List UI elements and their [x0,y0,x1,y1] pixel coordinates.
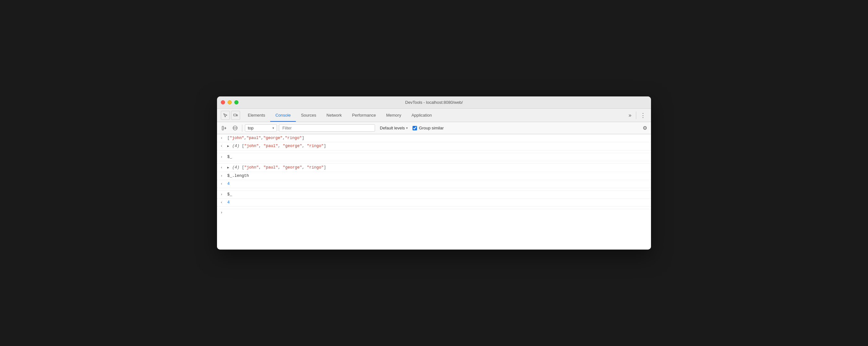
console-prompt-row: › [217,209,651,216]
svg-rect-0 [234,114,236,116]
devtools-window: DevTools - localhost:8080/web/ Elements [217,96,651,250]
console-row: › $_ [217,191,651,199]
row-content: $_.length [226,173,648,179]
expand-icon[interactable]: ▶ [227,166,229,169]
tab-bar-divider [636,112,636,119]
input-arrow: › [217,154,226,160]
tab-performance[interactable]: Performance [347,109,381,122]
levels-arrow-icon: ▾ [406,126,408,130]
tab-application[interactable]: Application [406,109,437,122]
row-content: ["john","paul","george","ringo"] [226,135,648,141]
expand-icon[interactable]: ▶ [227,145,229,148]
output-arrow: ‹ [217,165,226,170]
group-similar-checkbox[interactable] [412,126,417,130]
select-element-button[interactable] [221,111,230,120]
group-similar-label: Group similar [419,126,444,130]
row-spacer [217,188,651,191]
console-row: › ["john","paul","george","ringo"] [217,134,651,142]
row-content: $_ [226,154,648,160]
filter-input[interactable] [279,124,375,132]
tab-memory[interactable]: Memory [381,109,406,122]
device-toolbar-button[interactable] [231,111,240,120]
title-bar: DevTools - localhost:8080/web/ [217,96,651,108]
console-row: › $_ [217,153,651,161]
console-row: ‹ ▶ (4) ["john", "paul", "george", "ring… [217,142,651,151]
output-arrow: ‹ [217,199,226,206]
tab-sources[interactable]: Sources [296,109,321,122]
minimize-button[interactable] [227,100,232,104]
svg-rect-2 [222,126,223,130]
input-arrow: › [217,173,226,179]
window-title: DevTools - localhost:8080/web/ [405,100,463,105]
console-output: › ["john","paul","george","ringo"] ‹ ▶ (… [217,134,651,250]
row-spacer [217,207,651,209]
svg-rect-1 [237,115,238,116]
console-row: › $_.length [217,172,651,180]
traffic-lights [221,100,239,104]
console-toolbar: top ▾ Default levels ▾ Group similar ⚙ [217,122,651,134]
tab-bar-left-icons [218,108,243,122]
prompt-chevron-icon: › [217,211,226,215]
more-tabs-button[interactable]: » [627,111,633,120]
log-levels-button[interactable]: Default levels ▾ [377,124,411,132]
row-content: ▶ (4) ["john", "paul", "george", "ringo"… [226,143,648,149]
close-button[interactable] [221,100,225,104]
tab-network[interactable]: Network [321,109,347,122]
execute-context-button[interactable] [220,124,228,133]
output-arrow: ‹ [217,181,226,187]
toolbar-separator [242,125,242,132]
row-spacer [217,161,651,164]
console-settings-button[interactable]: ⚙ [641,124,648,132]
output-arrow: ‹ [217,143,226,149]
clear-console-button[interactable] [230,124,240,133]
tab-list: Elements Console Sources Network Perform… [243,108,624,122]
devtools-menu-button[interactable]: ⋮ [639,111,647,120]
tab-bar: Elements Console Sources Network Perform… [217,108,651,122]
console-input[interactable] [226,211,651,215]
row-spacer [217,151,651,153]
input-arrow: › [217,192,226,197]
tab-bar-right: » ⋮ [624,108,650,122]
context-selector-arrow: ▾ [273,126,274,130]
console-row: ‹ ▶ (4) ["john", "paul", "george", "ring… [217,164,651,172]
row-content: $_ [226,192,648,197]
input-arrow: › [217,135,226,141]
maximize-button[interactable] [234,100,239,104]
row-content: ▶ (4) ["john", "paul", "george", "ringo"… [226,165,648,171]
group-similar-container: Group similar [412,126,444,130]
row-content: 4 [226,199,648,206]
console-row: ‹ 4 [217,199,651,207]
console-row: ‹ 4 [217,180,651,188]
group-similar-checkbox-wrapper[interactable] [412,126,417,130]
tab-elements[interactable]: Elements [243,109,270,122]
row-content: 4 [226,181,648,187]
context-selector[interactable]: top ▾ [245,124,277,132]
tab-console[interactable]: Console [270,109,296,122]
